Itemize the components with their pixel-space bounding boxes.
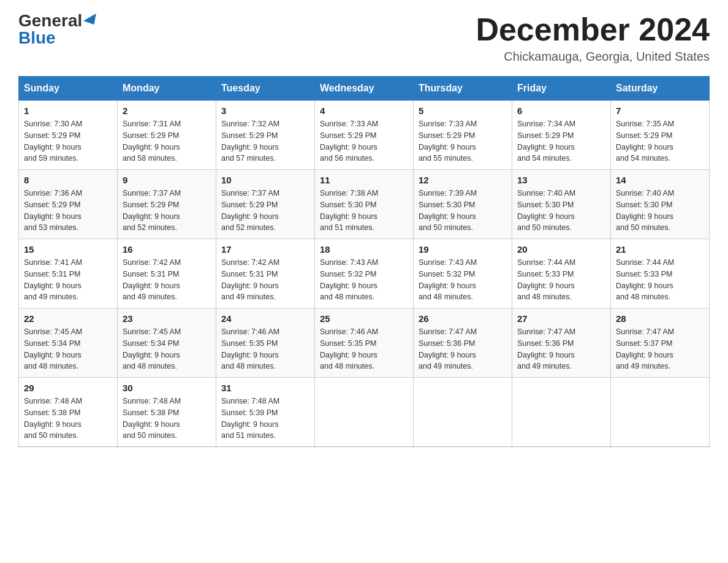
column-header-friday: Friday (512, 77, 611, 101)
table-row: 26Sunrise: 7:47 AMSunset: 5:36 PMDayligh… (414, 308, 512, 378)
calendar-week-row: 8Sunrise: 7:36 AMSunset: 5:29 PMDaylight… (19, 170, 710, 239)
column-header-tuesday: Tuesday (216, 77, 315, 101)
day-number: 26 (419, 313, 507, 324)
day-number: 20 (517, 244, 605, 255)
day-info: Sunrise: 7:34 AMSunset: 5:29 PMDaylight:… (517, 118, 605, 164)
location-subtitle: Chickamauga, Georgia, United States (476, 50, 710, 64)
calendar-week-row: 15Sunrise: 7:41 AMSunset: 5:31 PMDayligh… (19, 239, 710, 308)
day-info: Sunrise: 7:33 AMSunset: 5:29 PMDaylight:… (320, 118, 408, 164)
day-info: Sunrise: 7:46 AMSunset: 5:35 PMDaylight:… (221, 326, 309, 372)
table-row: 21Sunrise: 7:44 AMSunset: 5:33 PMDayligh… (611, 239, 710, 308)
table-row: 11Sunrise: 7:38 AMSunset: 5:30 PMDayligh… (315, 170, 414, 239)
table-row: 31Sunrise: 7:48 AMSunset: 5:39 PMDayligh… (216, 378, 315, 447)
table-row: 18Sunrise: 7:43 AMSunset: 5:32 PMDayligh… (315, 239, 414, 308)
page-header: General Blue December 2024 Chickamauga, … (18, 12, 710, 64)
day-info: Sunrise: 7:47 AMSunset: 5:36 PMDaylight:… (419, 326, 507, 372)
table-row: 25Sunrise: 7:46 AMSunset: 5:35 PMDayligh… (315, 308, 414, 378)
day-number: 6 (517, 105, 605, 116)
column-header-sunday: Sunday (19, 77, 118, 101)
day-number: 5 (419, 105, 507, 116)
day-info: Sunrise: 7:47 AMSunset: 5:37 PMDaylight:… (616, 326, 704, 372)
table-row: 20Sunrise: 7:44 AMSunset: 5:33 PMDayligh… (512, 239, 611, 308)
day-number: 3 (221, 105, 309, 116)
day-info: Sunrise: 7:43 AMSunset: 5:32 PMDaylight:… (320, 257, 408, 303)
table-row: 10Sunrise: 7:37 AMSunset: 5:29 PMDayligh… (216, 170, 315, 239)
table-row: 5Sunrise: 7:33 AMSunset: 5:29 PMDaylight… (414, 101, 512, 170)
month-title: December 2024 (476, 12, 710, 47)
table-row (315, 378, 414, 447)
day-number: 14 (616, 175, 704, 185)
table-row: 1Sunrise: 7:30 AMSunset: 5:29 PMDaylight… (19, 101, 118, 170)
day-info: Sunrise: 7:45 AMSunset: 5:34 PMDaylight:… (24, 326, 112, 372)
day-number: 13 (517, 175, 605, 185)
day-number: 22 (24, 313, 112, 324)
column-header-monday: Monday (118, 77, 216, 101)
day-info: Sunrise: 7:47 AMSunset: 5:36 PMDaylight:… (517, 326, 605, 372)
day-info: Sunrise: 7:37 AMSunset: 5:29 PMDaylight:… (221, 188, 309, 234)
table-row: 6Sunrise: 7:34 AMSunset: 5:29 PMDaylight… (512, 101, 611, 170)
day-number: 19 (419, 244, 507, 255)
table-row: 16Sunrise: 7:42 AMSunset: 5:31 PMDayligh… (118, 239, 216, 308)
day-number: 23 (123, 313, 211, 324)
title-section: December 2024 Chickamauga, Georgia, Unit… (476, 12, 710, 64)
day-number: 7 (616, 105, 704, 116)
column-header-thursday: Thursday (414, 77, 512, 101)
day-info: Sunrise: 7:33 AMSunset: 5:29 PMDaylight:… (419, 118, 507, 164)
day-info: Sunrise: 7:42 AMSunset: 5:31 PMDaylight:… (221, 257, 309, 303)
calendar-week-row: 1Sunrise: 7:30 AMSunset: 5:29 PMDaylight… (19, 101, 710, 170)
calendar-header-row: SundayMondayTuesdayWednesdayThursdayFrid… (19, 77, 710, 101)
day-info: Sunrise: 7:35 AMSunset: 5:29 PMDaylight:… (616, 118, 704, 164)
day-info: Sunrise: 7:30 AMSunset: 5:29 PMDaylight:… (24, 118, 112, 164)
day-info: Sunrise: 7:32 AMSunset: 5:29 PMDaylight:… (221, 118, 309, 164)
day-info: Sunrise: 7:43 AMSunset: 5:32 PMDaylight:… (419, 257, 507, 303)
table-row: 13Sunrise: 7:40 AMSunset: 5:30 PMDayligh… (512, 170, 611, 239)
table-row: 12Sunrise: 7:39 AMSunset: 5:30 PMDayligh… (414, 170, 512, 239)
day-number: 11 (320, 175, 408, 185)
table-row: 23Sunrise: 7:45 AMSunset: 5:34 PMDayligh… (118, 308, 216, 378)
logo-blue-text: Blue (18, 29, 56, 47)
day-info: Sunrise: 7:44 AMSunset: 5:33 PMDaylight:… (517, 257, 605, 303)
table-row: 9Sunrise: 7:37 AMSunset: 5:29 PMDaylight… (118, 170, 216, 239)
table-row: 17Sunrise: 7:42 AMSunset: 5:31 PMDayligh… (216, 239, 315, 308)
day-info: Sunrise: 7:45 AMSunset: 5:34 PMDaylight:… (123, 326, 211, 372)
table-row (512, 378, 611, 447)
table-row (611, 378, 710, 447)
day-info: Sunrise: 7:46 AMSunset: 5:35 PMDaylight:… (320, 326, 408, 372)
table-row: 15Sunrise: 7:41 AMSunset: 5:31 PMDayligh… (19, 239, 118, 308)
day-info: Sunrise: 7:39 AMSunset: 5:30 PMDaylight:… (419, 188, 507, 234)
table-row: 30Sunrise: 7:48 AMSunset: 5:38 PMDayligh… (118, 378, 216, 447)
day-number: 28 (616, 313, 704, 324)
day-number: 27 (517, 313, 605, 324)
day-info: Sunrise: 7:48 AMSunset: 5:38 PMDaylight:… (24, 396, 112, 442)
column-header-saturday: Saturday (611, 77, 710, 101)
table-row: 14Sunrise: 7:40 AMSunset: 5:30 PMDayligh… (611, 170, 710, 239)
table-row (414, 378, 512, 447)
day-number: 16 (123, 244, 211, 255)
day-number: 30 (123, 383, 211, 393)
day-number: 10 (221, 175, 309, 185)
day-info: Sunrise: 7:38 AMSunset: 5:30 PMDaylight:… (320, 188, 408, 234)
day-number: 8 (24, 175, 112, 185)
logo-arrow-icon (83, 13, 100, 28)
calendar-week-row: 22Sunrise: 7:45 AMSunset: 5:34 PMDayligh… (19, 308, 710, 378)
day-number: 1 (24, 105, 112, 116)
day-number: 17 (221, 244, 309, 255)
table-row: 4Sunrise: 7:33 AMSunset: 5:29 PMDaylight… (315, 101, 414, 170)
day-info: Sunrise: 7:44 AMSunset: 5:33 PMDaylight:… (616, 257, 704, 303)
day-number: 4 (320, 105, 408, 116)
table-row: 27Sunrise: 7:47 AMSunset: 5:36 PMDayligh… (512, 308, 611, 378)
day-number: 21 (616, 244, 704, 255)
table-row: 3Sunrise: 7:32 AMSunset: 5:29 PMDaylight… (216, 101, 315, 170)
day-info: Sunrise: 7:48 AMSunset: 5:38 PMDaylight:… (123, 396, 211, 442)
day-number: 15 (24, 244, 112, 255)
table-row: 29Sunrise: 7:48 AMSunset: 5:38 PMDayligh… (19, 378, 118, 447)
table-row: 7Sunrise: 7:35 AMSunset: 5:29 PMDaylight… (611, 101, 710, 170)
day-info: Sunrise: 7:36 AMSunset: 5:29 PMDaylight:… (24, 188, 112, 234)
day-number: 12 (419, 175, 507, 185)
logo-general-text: General (18, 12, 82, 29)
calendar-week-row: 29Sunrise: 7:48 AMSunset: 5:38 PMDayligh… (19, 378, 710, 447)
day-number: 29 (24, 383, 112, 393)
column-header-wednesday: Wednesday (315, 77, 414, 101)
day-info: Sunrise: 7:41 AMSunset: 5:31 PMDaylight:… (24, 257, 112, 303)
day-number: 24 (221, 313, 309, 324)
